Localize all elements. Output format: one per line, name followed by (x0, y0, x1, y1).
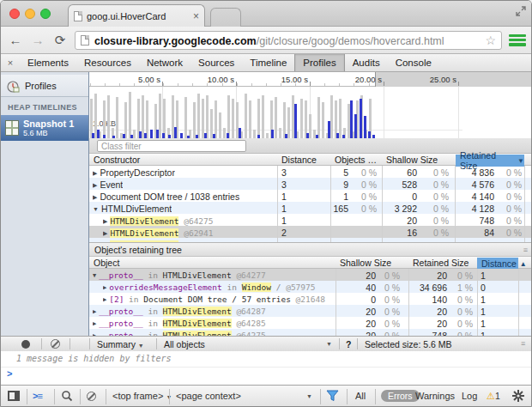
statusbar-grip-icon[interactable]: ≡ (521, 339, 525, 348)
expand-icon[interactable]: ▶ (93, 194, 97, 200)
frame-context-select[interactable]: <top frame> ▼ (112, 391, 172, 401)
sidebar-item-profiles[interactable]: Profiles (1, 75, 88, 97)
warning-count-icon[interactable]: ⚠1 (487, 391, 500, 402)
clear-profiles-icon[interactable] (51, 339, 60, 349)
col-distance-sorted[interactable]: Distance ▲ (477, 258, 518, 270)
devtools-tab-elements[interactable]: Elements (20, 54, 76, 71)
devtools-tab-timeline[interactable]: Timeline (242, 54, 294, 71)
cell-percent: 0 % (384, 319, 400, 329)
constructor-row[interactable]: ▶HTMLDivElement @629412160 %840 % (89, 226, 532, 238)
expand-icon[interactable]: ▶ (103, 230, 107, 236)
omnibox[interactable]: closure-library.googlecode.com/git/closu… (75, 31, 502, 50)
expand-icon[interactable]: ▶ (103, 296, 106, 303)
sidebar-item-snapshot-1[interactable]: Snapshot 1 5.6 MB (1, 115, 88, 141)
reload-button[interactable]: ⟳ (52, 33, 68, 48)
retaining-tree-titlebar: Object's retaining tree ≡ (89, 242, 532, 257)
profiles-sidebar: Profiles HEAP TIMELINES Snapshot 1 5.6 M… (1, 72, 89, 336)
dock-side-button[interactable] (8, 391, 20, 401)
timeline-bar-blue (156, 130, 159, 138)
col-retained-sorted[interactable]: Retained Size ▼ (456, 155, 524, 167)
clear-console-icon[interactable] (87, 392, 96, 401)
help-button[interactable]: ? (346, 339, 351, 349)
col-shallow[interactable]: Shallow Size (386, 155, 438, 165)
devtools-tab-sources[interactable]: Sources (190, 54, 242, 71)
retaining-rows: ▼__proto__ in HTMLDivElement @64277200 %… (89, 269, 532, 336)
collapse-icon[interactable]: ▼ (93, 272, 96, 279)
new-tab-button[interactable] (210, 8, 241, 27)
timeline-bar-gray (129, 92, 131, 138)
col-object[interactable]: Object (94, 258, 119, 268)
col-shallow-size[interactable]: Shallow Size (340, 258, 391, 268)
zoom-window-button[interactable] (40, 9, 51, 19)
retaining-row[interactable]: ▶overridesMessageElement in Window / @57… (89, 281, 532, 293)
filter-funnel-icon[interactable] (326, 390, 339, 402)
col-constructor[interactable]: Constructor (94, 155, 140, 165)
console-filter-all[interactable]: All (355, 391, 366, 401)
console-prompt-icon[interactable]: > (7, 368, 12, 379)
constructor-row[interactable]: ▶Event390 %5280 %4 5760 % (89, 178, 532, 190)
constructor-row[interactable]: ▶HTMLDivElement @642751200 %7480 % (89, 214, 532, 226)
ruler-minor-tick (134, 83, 135, 86)
retaining-row[interactable]: ▼__proto__ in HTMLDivElement @64277200 %… (89, 269, 532, 281)
class-filter-input[interactable] (97, 140, 246, 152)
expand-icon[interactable]: ▶ (93, 308, 96, 315)
cell-value: 4 140 (472, 191, 494, 202)
devtools-tab-audits[interactable]: Audits (345, 54, 388, 71)
objects-filter-select[interactable]: All objects ▼ (164, 339, 332, 349)
console-filter-log[interactable]: Log (462, 391, 477, 401)
retaining-row[interactable]: ▶__proto__ in HTMLDivElement @64275200 %… (89, 329, 532, 336)
cell-percent: 0 % (433, 204, 449, 214)
constructor-row[interactable]: ▼HTMLDivElement11650 %3 2920 %4 1280 % (89, 202, 532, 214)
devtools-tab-network[interactable]: Network (139, 54, 190, 71)
chevron-down-icon[interactable]: ▼ (306, 393, 312, 399)
settings-gear-icon[interactable] (511, 389, 525, 403)
devtools-close-icon[interactable]: × (1, 54, 20, 71)
ruler-tick-label: 10.00 s (208, 75, 234, 84)
expand-icon[interactable]: ▶ (93, 182, 97, 188)
expand-icon[interactable]: ▶ (93, 170, 97, 176)
minimize-window-button[interactable] (25, 9, 35, 19)
cell-percent: 0 % (433, 167, 449, 178)
cell-distance: 1 (481, 307, 486, 317)
devtools-tab-resources[interactable]: Resources (76, 54, 139, 71)
page-context-select[interactable]: <page context> (176, 391, 241, 401)
tab-close-icon[interactable]: × (193, 12, 199, 21)
constructor-row[interactable]: ▶Document DOM tree / 1038 entries110 %00… (89, 190, 532, 202)
sidebar-profiles-label: Profiles (25, 81, 57, 91)
devtools-tab-console[interactable]: Console (388, 54, 439, 71)
col-distance[interactable]: Distance (281, 155, 317, 165)
timeline-bar-blue (139, 131, 142, 138)
chrome-menu-icon[interactable] (509, 33, 526, 47)
search-icon[interactable] (61, 390, 73, 402)
back-button[interactable]: ← (8, 33, 23, 47)
timeline-bar-blue (174, 127, 177, 138)
expand-icon[interactable]: ▶ (93, 320, 96, 327)
col-objects[interactable]: Objects … (335, 155, 377, 165)
devtools-tab-profiles[interactable]: Profiles (294, 54, 344, 71)
retaining-row[interactable]: ▶__proto__ in HTMLDivElement @64287200 %… (89, 305, 532, 317)
close-window-button[interactable] (9, 9, 20, 19)
retaining-tree-grip-icon[interactable]: ≡ (523, 246, 528, 254)
cell-percent: 0 % (433, 216, 449, 226)
bookmark-star-icon[interactable]: ☆ (485, 33, 496, 47)
forward-button[interactable]: → (30, 33, 45, 47)
expand-icon[interactable]: ▶ (103, 284, 106, 291)
collapse-icon[interactable]: ▼ (93, 206, 99, 212)
ruler-tick (162, 82, 163, 86)
console-filter-errors[interactable]: Errors (381, 390, 420, 402)
console-filter-warnings[interactable]: Warnings (415, 391, 455, 401)
allocation-timeline-graph[interactable]: 1.0 KB (89, 87, 532, 138)
object-id: @21648 (291, 295, 325, 304)
object-id: @64277 (232, 270, 266, 280)
expand-icon[interactable]: ▶ (103, 218, 107, 224)
tab-title: goog.ui.HoverCard (87, 11, 189, 21)
constructor-row[interactable]: ▶PropertyDescriptor350 %600 %4 8360 % (89, 166, 532, 178)
retaining-row[interactable]: ▶__proto__ in HTMLDivElement @64285200 %… (89, 317, 532, 329)
retaining-row[interactable]: ▶[2] in Document DOM tree / 57 entries @… (89, 293, 532, 305)
perspective-select[interactable]: Summary ▼ (97, 339, 144, 349)
record-button[interactable] (21, 340, 30, 349)
browser-tab[interactable]: goog.ui.HoverCard × (68, 4, 205, 27)
col-retained-size[interactable]: Retained Size (413, 258, 469, 268)
fullscreen-icon[interactable] (516, 6, 526, 16)
toggle-console-button[interactable]: >≡ (33, 391, 42, 401)
